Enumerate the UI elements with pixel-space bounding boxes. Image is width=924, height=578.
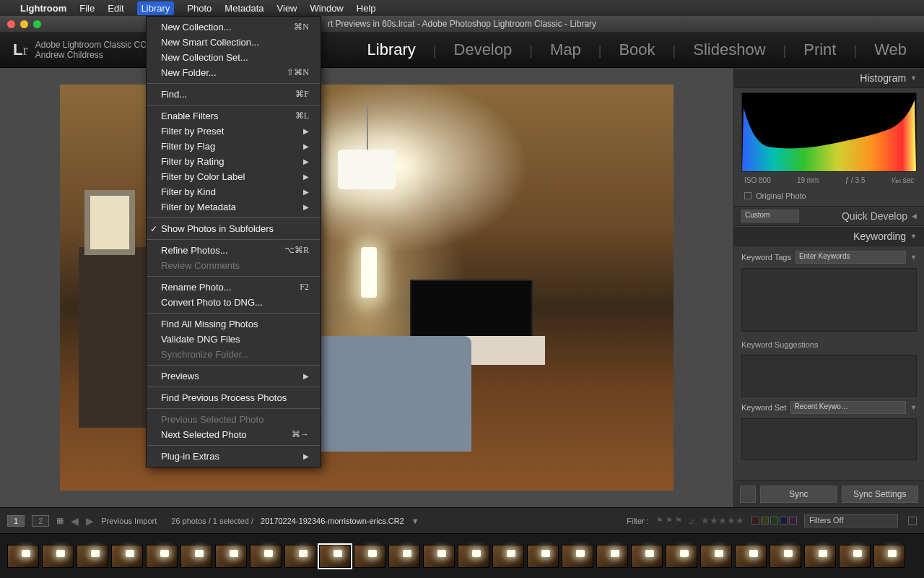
menu-item[interactable]: New Smart Collection... (147, 35, 321, 50)
menu-item[interactable]: New Collection...⌘N (147, 20, 321, 35)
library-menu-dropdown[interactable]: New Collection...⌘NNew Smart Collection.… (146, 16, 321, 467)
histogram[interactable] (741, 92, 917, 172)
filmstrip-thumb[interactable] (250, 545, 282, 568)
filmstrip-thumb[interactable] (527, 545, 559, 568)
sync-toggle-icon[interactable] (740, 486, 756, 503)
filmstrip-thumb[interactable] (215, 545, 247, 568)
module-library[interactable]: Library (363, 40, 420, 59)
panel-quickdevelop-header[interactable]: Quick Develop (842, 210, 907, 222)
filmstrip-thumb[interactable] (873, 545, 905, 568)
module-map[interactable]: Map (546, 40, 585, 59)
menu-item[interactable]: New Folder...⇧⌘N (147, 65, 321, 80)
menu-item[interactable]: Filter by Metadata▶ (147, 199, 321, 215)
filmstrip-thumb[interactable] (770, 545, 801, 568)
menu-item[interactable]: New Collection Set... (147, 50, 321, 65)
menu-item[interactable]: Rename Photo...F2 (147, 280, 321, 295)
filter-lock-icon[interactable] (908, 517, 917, 525)
menu-item[interactable]: Filter by Flag▶ (147, 139, 321, 154)
module-picker[interactable]: Library| Develop| Map| Book| Slideshow| … (363, 40, 911, 59)
mac-menubar[interactable]: Lightroom File Edit Library Photo Metada… (0, 0, 924, 16)
menu-item[interactable]: Filter by Preset▶ (147, 124, 321, 139)
lr-logo: Lr (13, 40, 28, 59)
minimize-icon[interactable] (20, 20, 28, 28)
app-menu[interactable]: Lightroom (20, 3, 66, 14)
menu-photo[interactable]: Photo (187, 3, 212, 14)
menu-library[interactable]: Library (137, 1, 175, 15)
filmstrip-thumb[interactable] (354, 545, 385, 568)
menu-item[interactable]: ✓Show Photos in Subfolders (147, 221, 321, 236)
color-label-filter[interactable] (751, 517, 797, 525)
filmstrip-thumb[interactable] (146, 545, 178, 568)
menu-help[interactable]: Help (357, 3, 376, 14)
filmstrip-thumb[interactable] (42, 545, 74, 568)
filmstrip-thumb[interactable] (319, 545, 351, 568)
menu-metadata[interactable]: Metadata (225, 3, 263, 14)
menu-item[interactable]: Find All Missing Photos (147, 316, 321, 332)
filmstrip-thumb[interactable] (735, 545, 767, 568)
menu-item[interactable]: Convert Photo to DNG... (147, 295, 321, 310)
panel-keywording-header[interactable]: Keywording▼ (734, 226, 924, 246)
filmstrip-thumb[interactable] (666, 545, 697, 568)
next-photo-icon[interactable]: ▶ (86, 515, 94, 527)
menu-file[interactable]: File (79, 3, 95, 14)
qd-preset-select[interactable]: Custom (741, 210, 799, 223)
flag-filter-icon[interactable]: ⚑ ⚑ ⚑ (656, 516, 682, 525)
filmstrip-thumb[interactable] (631, 545, 663, 568)
menu-item[interactable]: Filter by Color Label▶ (147, 169, 321, 184)
prev-photo-icon[interactable]: ◀ (71, 515, 79, 527)
filmstrip-thumb[interactable] (458, 545, 489, 568)
close-icon[interactable] (7, 20, 15, 28)
keyword-mode-select[interactable]: Enter Keywords (796, 251, 906, 264)
menu-item[interactable]: Validate DNG Files (147, 332, 321, 347)
filmstrip-thumb[interactable] (388, 545, 420, 568)
module-print[interactable]: Print (799, 40, 840, 59)
zoom-icon[interactable] (33, 20, 41, 28)
filmstrip-thumb[interactable] (180, 545, 212, 568)
menu-item[interactable]: Refine Photos...⌥⌘R (147, 243, 321, 258)
keyword-set-select[interactable]: Recent Keywo… (790, 401, 906, 414)
menu-view[interactable]: View (277, 3, 297, 14)
checkbox-icon[interactable] (744, 192, 751, 199)
filmstrip-thumb[interactable] (596, 545, 628, 568)
menu-item[interactable]: Filter by Rating▶ (147, 154, 321, 169)
panel-histogram-header[interactable]: Histogram▼ (734, 68, 924, 88)
source-label[interactable]: Previous Import (101, 517, 157, 525)
menu-item[interactable]: Plug-in Extras▶ (147, 449, 321, 464)
keyword-tags-label: Keyword Tags (741, 253, 791, 262)
menu-item[interactable]: Next Selected Photo⌘→ (147, 427, 321, 442)
filmstrip-thumb[interactable] (562, 545, 593, 568)
filmstrip-thumb[interactable] (284, 545, 316, 568)
page-1[interactable]: 1 (7, 515, 25, 527)
menu-window[interactable]: Window (310, 3, 344, 14)
filmstrip[interactable] (0, 533, 924, 578)
keyword-entry-box[interactable] (741, 268, 917, 332)
filmstrip-thumb[interactable] (839, 545, 871, 568)
menu-edit[interactable]: Edit (108, 3, 123, 14)
filmstrip-thumb[interactable] (111, 545, 143, 568)
module-web[interactable]: Web (870, 40, 911, 59)
filmstrip-thumb[interactable] (423, 545, 455, 568)
menu-item[interactable]: Find Previous Process Photos (147, 390, 321, 405)
current-file[interactable]: 20170224-192346-morristown-erics.CR2 (261, 517, 404, 525)
rating-filter[interactable]: ★★★★★ (701, 515, 744, 526)
module-slideshow[interactable]: Slideshow (689, 40, 770, 59)
menu-item[interactable]: Enable Filters⌘L (147, 108, 321, 124)
identity-text: Adobe Lightroom Classic CC Andrew Childr… (35, 40, 147, 60)
filmstrip-thumb[interactable] (77, 545, 108, 568)
menu-item[interactable]: Filter by Kind▶ (147, 184, 321, 199)
filmstrip-thumb[interactable] (804, 545, 836, 568)
image-canvas[interactable] (0, 68, 733, 507)
module-book[interactable]: Book (614, 40, 659, 59)
grid-view-icon[interactable]: ▦ (56, 516, 64, 525)
filmstrip-thumb[interactable] (492, 545, 524, 568)
filter-preset-select[interactable]: Filters Off (804, 514, 898, 527)
filmstrip-thumb[interactable] (7, 545, 39, 568)
sync-settings-button[interactable]: Sync Settings (842, 486, 919, 503)
original-photo-toggle[interactable]: Original Photo (734, 189, 924, 206)
module-develop[interactable]: Develop (450, 40, 517, 59)
menu-item[interactable]: Find...⌘F (147, 87, 321, 102)
sync-button[interactable]: Sync (760, 486, 837, 503)
menu-item[interactable]: Previews▶ (147, 368, 321, 384)
filmstrip-thumb[interactable] (700, 545, 732, 568)
page-2[interactable]: 2 (32, 515, 49, 527)
